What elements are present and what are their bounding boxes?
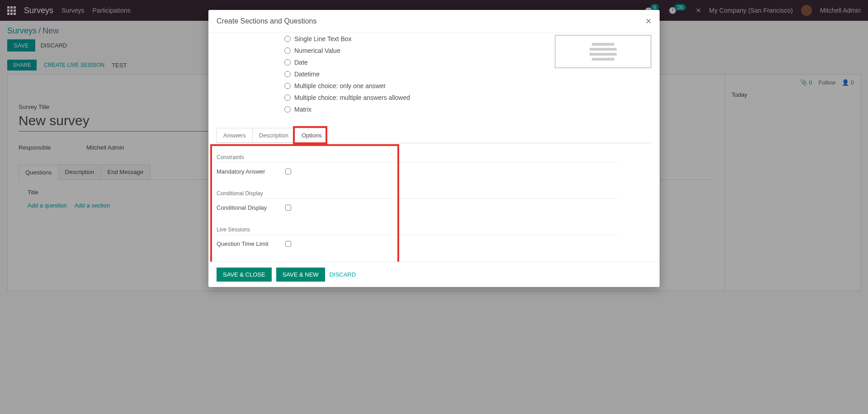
modal-tab-options[interactable]: Options	[295, 128, 329, 143]
time-limit-checkbox[interactable]	[285, 241, 291, 247]
qtype-mc-multi[interactable]: Multiple choice: multiple answers allowe…	[284, 92, 537, 104]
time-limit-label: Question Time Limit	[217, 240, 285, 247]
qtype-date[interactable]: Date	[284, 56, 537, 68]
qtype-mc-one[interactable]: Multiple choice: only one answer	[284, 80, 537, 92]
section-live-title: Live Sessions	[217, 224, 619, 235]
save-new-button[interactable]: SAVE & NEW	[276, 268, 325, 282]
modal-discard-button[interactable]: DISCARD	[330, 271, 356, 278]
modal-tab-description[interactable]: Description	[252, 128, 295, 143]
section-conditional-title: Conditional Display	[217, 188, 619, 199]
qtype-datetime[interactable]: Datetime	[284, 68, 537, 80]
mandatory-label: Mandatory Answer	[217, 168, 285, 175]
question-type-list: Single Line Text Box Numerical Value Dat…	[217, 33, 537, 115]
modal-title: Create Sections and Questions	[217, 17, 316, 25]
section-constraints-title: Constraints	[217, 151, 619, 163]
modal-footer: SAVE & CLOSE SAVE & NEW DISCARD	[208, 262, 660, 287]
modal-tab-answers[interactable]: Answers	[217, 128, 253, 143]
save-close-button[interactable]: SAVE & CLOSE	[217, 268, 272, 282]
mandatory-checkbox[interactable]	[285, 169, 291, 174]
qtype-numerical[interactable]: Numerical Value	[284, 45, 537, 56]
qtype-single-line[interactable]: Single Line Text Box	[284, 33, 537, 45]
close-icon[interactable]: ×	[646, 16, 651, 26]
conditional-checkbox[interactable]	[285, 205, 291, 211]
create-question-modal: Create Sections and Questions × Single L…	[208, 10, 660, 287]
question-preview-icon	[555, 35, 651, 68]
conditional-label: Conditional Display	[217, 204, 285, 211]
qtype-matrix[interactable]: Matrix	[284, 104, 537, 115]
